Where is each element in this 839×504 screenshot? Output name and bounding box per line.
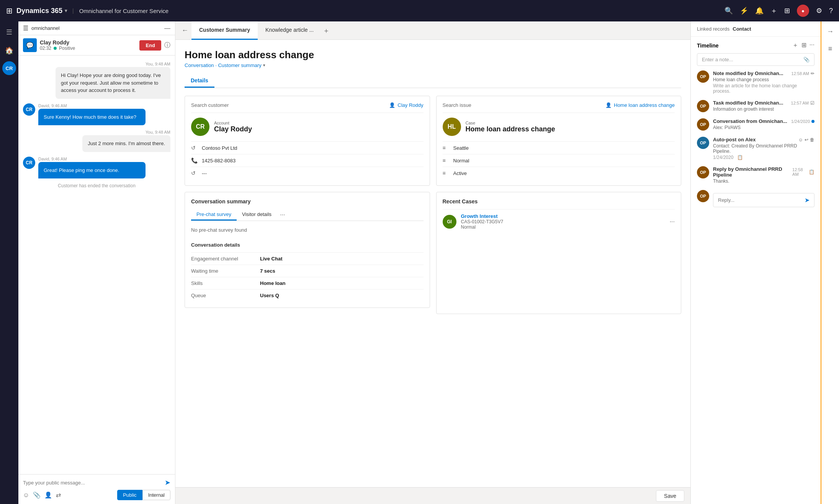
timeline-more-icon[interactable]: ···	[810, 41, 814, 49]
skills-value: Home loan	[260, 280, 285, 286]
case-card: Search issue 👤 Home loan address change …	[436, 96, 682, 186]
chat-menu-icon[interactable]: ☰	[23, 25, 28, 32]
tab-knowledge-article[interactable]: Knowledge article ...	[258, 21, 321, 40]
app-name: Omnichannel for Customer Service	[79, 8, 168, 14]
system-message: Customer has ended the conversation	[23, 183, 170, 188]
case-search-icon: 👤	[605, 102, 612, 108]
tabs-bar: ← Customer Summary Knowledge article ...…	[175, 21, 690, 40]
list-icon[interactable]: ≡	[825, 42, 836, 56]
detail-tab-details[interactable]: Details	[185, 74, 214, 88]
note-attachment-icon[interactable]: 📎	[803, 57, 810, 62]
brand-chevron-icon[interactable]: ▾	[65, 8, 67, 13]
back-icon[interactable]: ←	[182, 26, 188, 34]
user-avatar[interactable]: ●	[797, 5, 809, 17]
breadcrumb-text: Conversation · Customer summary	[185, 62, 262, 68]
search-icon[interactable]: 🔍	[725, 7, 733, 15]
timeline-icon-5[interactable]: 📋	[809, 169, 814, 175]
timeline-item-title-5: Reply by Omnichannel PRRD Pipeline	[713, 166, 792, 178]
breadcrumb-chevron-icon[interactable]: ▾	[263, 63, 265, 68]
customer-search-value[interactable]: 👤 Clay Roddy	[389, 102, 423, 108]
timeline-item-desc-1: Write an article for the home loan chang…	[713, 83, 814, 94]
help-icon[interactable]: ?	[829, 7, 833, 15]
people-icon[interactable]: 👤	[44, 491, 52, 499]
flash-icon[interactable]: ⚡	[740, 7, 748, 15]
location-field: ≡ Seattle	[443, 141, 675, 154]
transfer-icon[interactable]: ⇄	[56, 491, 61, 499]
contact-name: Clay Roddy	[40, 39, 136, 46]
tab-knowledge-label: Knowledge article ...	[265, 27, 314, 33]
recent-cases-title: Recent Cases	[443, 198, 675, 205]
detail-area: Home loan address change Conversation · …	[175, 40, 690, 487]
queue-value: Users Q	[260, 293, 279, 298]
recent-case-more-icon[interactable]: ···	[670, 218, 675, 225]
waiting-label: Waiting time	[191, 268, 260, 274]
timeline-title: Timeline	[697, 43, 792, 49]
timeline-edit-icon-1[interactable]: ✏	[811, 71, 814, 76]
agent-msg-time-1: You, 9:48 AM	[146, 62, 170, 66]
recent-case-name[interactable]: Growth Interest	[461, 213, 665, 219]
settings-icon[interactable]: ⚙	[816, 7, 822, 15]
timeline-item-content-3: Conversation from Omnichan... 1/24/2020 …	[713, 118, 814, 130]
customer-msg-label-2: David, 9:46 AM	[38, 157, 170, 161]
expand-icon[interactable]: →	[824, 25, 837, 39]
timeline-filter-icon[interactable]: ⊞	[801, 41, 806, 49]
bell-icon[interactable]: 🔔	[755, 7, 764, 15]
chat-toolbar: ☺ 📎 👤 ⇄ Public Internal	[23, 487, 170, 500]
attachment-icon[interactable]: 📎	[33, 491, 41, 499]
info-icon[interactable]: ⓘ	[164, 41, 170, 49]
timeline-delete-icon[interactable]: 🗑	[810, 137, 814, 142]
timeline-check-icon-2[interactable]: ☑	[810, 100, 814, 106]
grid-icon[interactable]: ⊞	[6, 6, 13, 15]
agent-msg-time-2: You, 9:48 AM	[146, 130, 170, 134]
recent-case-status: Normal	[461, 224, 665, 230]
internal-mode-button[interactable]: Internal	[142, 490, 170, 500]
timeline-item-sub-4: Contact: Created By Omnichannel PRRD Pip…	[713, 143, 814, 154]
brand-logo[interactable]: Dynamics 365 ▾	[16, 7, 67, 15]
phone-field: 📞 1425-882-8083	[191, 154, 424, 167]
customer-contact-row: CR Account Clay Roddy	[191, 118, 424, 136]
extra-icon: ↺	[191, 170, 199, 176]
cr-badge[interactable]: CR	[2, 61, 16, 75]
timeline-note-input[interactable]: Enter a note... 📎	[697, 53, 814, 66]
hamburger-icon[interactable]: ☰	[2, 25, 17, 40]
timeline-item-3: OP Conversation from Omnichan... 1/24/20…	[697, 118, 814, 131]
minimize-icon[interactable]: —	[164, 25, 170, 32]
company-icon: ↺	[191, 145, 199, 151]
home-icon[interactable]: 🏠	[2, 43, 17, 58]
visitor-details-tab[interactable]: Visitor details	[237, 209, 277, 221]
tab-customer-summary-label: Customer Summary	[199, 27, 250, 33]
case-search-value[interactable]: 👤 Home loan address change	[605, 102, 675, 108]
conv-more-icon[interactable]: ···	[280, 211, 285, 218]
tab-customer-summary[interactable]: Customer Summary	[191, 21, 258, 40]
filter-icon[interactable]: ⊞	[784, 7, 790, 15]
timeline-item-title-4: Auto-post on Alex	[713, 137, 756, 142]
timeline-item-4: OP Auto-post on Alex ☺ ↩ 🗑 Contact: Crea…	[697, 137, 814, 160]
case-search-label: Search issue	[443, 102, 471, 108]
reply-input-row[interactable]: ➤	[713, 193, 814, 207]
omni-label: omnichannel	[31, 25, 161, 31]
engagement-value: Live Chat	[260, 256, 283, 262]
chat-input[interactable]	[23, 480, 162, 486]
send-icon[interactable]: ➤	[165, 478, 170, 487]
timeline-item-5: OP Reply by Omnichannel PRRD Pipeline 12…	[697, 166, 814, 184]
add-tab-icon[interactable]: ＋	[323, 26, 330, 35]
pre-chat-tab[interactable]: Pre-chat survey	[191, 209, 237, 221]
customer-name-link: Clay Roddy	[397, 102, 423, 108]
customer-message-row-2: CR David, 9:46 AM Great! Please ping me …	[23, 157, 170, 179]
reply-send-icon[interactable]: ➤	[805, 196, 810, 204]
public-mode-button[interactable]: Public	[117, 490, 142, 500]
timeline-reply-icon[interactable]: ↩	[805, 137, 808, 142]
emoji-icon[interactable]: ☺	[23, 492, 29, 499]
phone-icon: 📞	[191, 157, 199, 164]
chat-input-area: ➤ ☺ 📎 👤 ⇄ Public Internal	[18, 474, 175, 504]
skills-field: Skills Home loan	[191, 277, 424, 289]
customer-message-row-1: CR David, 9:46 AM Sure Kenny! How much t…	[23, 103, 170, 126]
save-button[interactable]: Save	[656, 490, 684, 502]
reply-input[interactable]	[718, 197, 805, 203]
end-button[interactable]: End	[139, 40, 161, 51]
conv-inner-tabs: Pre-chat survey Visitor details ···	[191, 209, 424, 221]
add-icon[interactable]: ＋	[770, 6, 777, 15]
timeline-add-icon[interactable]: ＋	[792, 41, 798, 49]
breadcrumb[interactable]: Conversation · Customer summary ▾	[185, 62, 681, 68]
timeline-emoji-icon[interactable]: ☺	[798, 137, 803, 142]
